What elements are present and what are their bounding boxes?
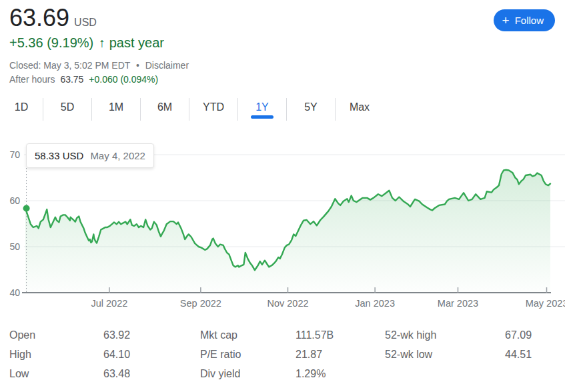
stat-52wk-low: 52-wk low 44.51 xyxy=(385,348,532,361)
tab-max[interactable]: Max xyxy=(336,97,384,123)
stat-value: 67.09 xyxy=(505,329,532,342)
stat-label: Open xyxy=(9,329,103,342)
stat-label: Low xyxy=(9,367,103,381)
stat-value: 1.29% xyxy=(296,367,326,381)
follow-button[interactable]: + Follow xyxy=(494,9,555,31)
stat-mkt-cap: Mkt cap 111.57B xyxy=(200,329,334,342)
after-hours-change: +0.060 (0.094%) xyxy=(89,74,158,85)
follow-button-label: Follow xyxy=(515,15,544,26)
stats-column-1: Open 63.92 High 64.10 Low 63.48 xyxy=(9,329,130,387)
stat-value: 64.10 xyxy=(103,348,130,361)
price-change: +5.36 (9.19%) xyxy=(9,35,93,51)
stat-label: 52-wk high xyxy=(385,329,505,342)
market-status-row: Closed: May 3, 5:02 PM EDT • Disclaimer xyxy=(9,60,189,71)
stat-value: 63.92 xyxy=(103,329,130,342)
tab-max-label: Max xyxy=(350,101,370,113)
stat-label: Div yield xyxy=(200,367,296,381)
stat-label: 52-wk low xyxy=(385,348,505,361)
tooltip-price: 58.33 USD xyxy=(35,150,83,161)
tab-ytd[interactable]: YTD xyxy=(189,97,237,123)
current-price-row: 63.69 USD xyxy=(9,4,97,32)
disclaimer-link[interactable]: Disclaimer xyxy=(145,60,189,71)
stats-column-2: Mkt cap 111.57B P/E ratio 21.87 Div yiel… xyxy=(200,329,334,387)
tab-1d-label: 1D xyxy=(15,101,28,113)
chart-tooltip: 58.33 USD May 4, 2022 xyxy=(26,143,154,168)
hover-point-marker xyxy=(23,205,30,212)
stat-div-yield: Div yield 1.29% xyxy=(200,367,334,381)
price-chart-area: 70 60 50 40 58.33 USD May 4, 2022 Jul 20… xyxy=(0,133,565,313)
selected-tab-underline xyxy=(251,115,273,119)
stat-label: High xyxy=(9,348,103,361)
stat-open: Open 63.92 xyxy=(9,329,130,342)
stat-low: Low 63.48 xyxy=(9,367,130,381)
current-price: 63.69 xyxy=(9,4,69,32)
time-range-tabs: 1D 5D 1M 6M YTD 1Y 5Y Max xyxy=(0,97,384,123)
stat-52wk-high: 52-wk high 67.09 xyxy=(385,329,532,342)
tab-1y-selected[interactable]: 1Y xyxy=(238,97,286,123)
x-axis-label-sep2022: Sep 2022 xyxy=(180,298,221,309)
tooltip-date: May 4, 2022 xyxy=(90,150,145,161)
stat-label: P/E ratio xyxy=(200,348,296,361)
after-hours-label: After hours xyxy=(9,74,55,85)
bullet-separator: • xyxy=(136,60,139,71)
currency-label: USD xyxy=(74,17,97,29)
tab-ytd-label: YTD xyxy=(203,101,224,113)
stat-pe-ratio: P/E ratio 21.87 xyxy=(200,348,334,361)
x-axis-label-jul2022: Jul 2022 xyxy=(91,298,127,309)
tab-5d-label: 5D xyxy=(61,101,74,113)
stat-value: 111.57B xyxy=(296,329,334,342)
tab-5y[interactable]: 5Y xyxy=(287,97,335,123)
arrow-up-icon: ↑ xyxy=(99,36,105,51)
price-change-row: +5.36 (9.19%) ↑ past year xyxy=(9,35,164,51)
after-hours-row: After hours 63.75 +0.060 (0.094%) xyxy=(9,74,158,85)
change-period: past year xyxy=(109,35,164,51)
tab-6m[interactable]: 6M xyxy=(141,97,189,123)
stat-value: 63.48 xyxy=(103,367,130,381)
tab-5y-label: 5Y xyxy=(304,101,318,113)
tab-1m-label: 1M xyxy=(109,101,123,113)
stats-column-3: 52-wk high 67.09 52-wk low 44.51 xyxy=(385,329,532,367)
tab-1m[interactable]: 1M xyxy=(92,97,140,123)
stock-finance-panel: { "header": { "price": "63.69", "currenc… xyxy=(0,0,565,392)
after-hours-price: 63.75 xyxy=(60,74,83,85)
tab-1y-label: 1Y xyxy=(255,101,269,113)
stat-high: High 64.10 xyxy=(9,348,130,361)
stat-value: 44.51 xyxy=(505,348,532,361)
x-axis-label-nov2022: Nov 2022 xyxy=(267,298,308,309)
x-axis-label-jan2023: Jan 2023 xyxy=(355,298,395,309)
x-axis-label-mar2023: Mar 2023 xyxy=(438,298,478,309)
chart-area-fill xyxy=(25,170,550,293)
stat-value: 21.87 xyxy=(296,348,322,361)
tab-5d[interactable]: 5D xyxy=(43,97,91,123)
x-axis-label-may2023: May 2023 xyxy=(526,298,565,309)
tab-6m-label: 6M xyxy=(157,101,172,113)
tab-1d[interactable]: 1D xyxy=(0,97,43,123)
plus-icon: + xyxy=(502,14,510,27)
stat-label: Mkt cap xyxy=(200,329,296,342)
market-closed-text: Closed: May 3, 5:02 PM EDT xyxy=(9,60,130,71)
